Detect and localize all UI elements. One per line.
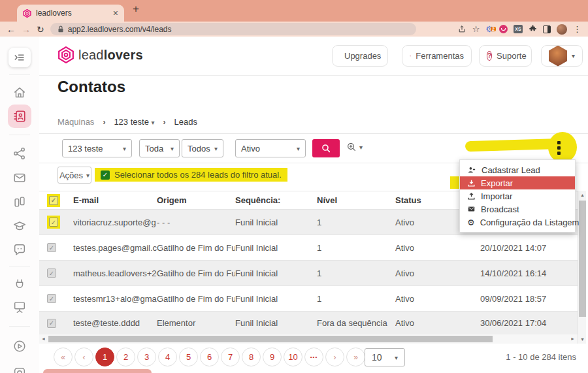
new-tab-button[interactable]: + xyxy=(133,3,139,16)
user-avatar xyxy=(549,46,567,67)
row-checkbox[interactable]: ✓ xyxy=(47,319,56,328)
page-button-2[interactable]: 2 xyxy=(116,348,135,366)
sidebar-collapse-button[interactable] xyxy=(8,46,31,69)
user-avatar-button[interactable]: ▾ xyxy=(541,45,583,67)
sidebar-item-integrations[interactable] xyxy=(8,273,31,297)
cell-date: 20/10/2021 14:07 xyxy=(480,243,572,253)
next-page-button[interactable]: › xyxy=(325,348,344,366)
camera-icon xyxy=(12,366,27,373)
ferramentas-button[interactable]: Ferramentas xyxy=(402,45,472,67)
sidebar-item-presentations[interactable] xyxy=(8,295,31,319)
scroll-left-icon[interactable]: ◄ xyxy=(41,336,46,341)
table-row[interactable]: ✓ matheus.leadlovers+20 Gatilho de Fim d… xyxy=(39,261,578,286)
menu-item-importar[interactable]: Importar xyxy=(460,189,575,203)
acoes-button[interactable]: Ações ▾ xyxy=(57,167,91,184)
table-row[interactable]: ✓ testes.pages@gmail.c Gatilho de Fim do… xyxy=(39,235,578,261)
menu-item-configuracao[interactable]: ⚙ Configuração da Listagem xyxy=(460,216,575,229)
sidebar-item-pages[interactable] xyxy=(8,190,31,214)
bookmark-star-icon[interactable]: ☆ xyxy=(472,25,480,33)
browser-profile-avatar[interactable] xyxy=(557,24,567,35)
menu-label: Broadcast xyxy=(481,204,519,214)
select-all-checkbox-highlighted[interactable]: ✓ xyxy=(47,194,60,207)
row-checkbox[interactable]: ✓ xyxy=(47,294,56,303)
first-page-button[interactable]: « xyxy=(54,348,73,366)
chevron-right-icon: › xyxy=(103,118,105,127)
page-button-9[interactable]: 9 xyxy=(263,348,282,366)
leadlovers-rose-icon xyxy=(57,46,74,63)
url-bar[interactable]: app2.leadlovers.com/v4/leads xyxy=(50,23,416,35)
scroll-right-icon[interactable]: ► xyxy=(570,336,575,341)
breadcrumb-leads[interactable]: Leads xyxy=(174,117,197,127)
more-pages-button[interactable]: ••• xyxy=(304,348,323,366)
scroll-up-icon[interactable]: ▲ xyxy=(578,193,587,197)
sidebar-item-courses[interactable] xyxy=(8,214,31,238)
page-button-8[interactable]: 8 xyxy=(242,348,261,366)
menu-item-cadastrar-lead[interactable]: Cadastrar Lead xyxy=(460,163,575,176)
row-checkbox[interactable]: ✓ xyxy=(47,243,56,252)
column-zoom-dropdown[interactable]: ▾ xyxy=(346,142,363,152)
select-all-leads-link[interactable]: ✓ Selecionar todos os 284 leads do filtr… xyxy=(95,168,287,182)
menu-item-exportar[interactable]: Exportar xyxy=(460,176,575,189)
upgrades-button[interactable]: Upgrades xyxy=(332,45,388,67)
reload-icon[interactable]: ↻ xyxy=(37,25,44,34)
scroll-down-icon[interactable]: ▼ xyxy=(578,337,587,342)
cell-status: Ativo xyxy=(395,318,480,328)
row-checkbox-highlighted[interactable]: ✓ xyxy=(47,216,60,229)
tab-close-icon[interactable]: × xyxy=(113,8,118,18)
sidebar-item-share[interactable] xyxy=(8,142,31,165)
list-actions-kebab-icon[interactable] xyxy=(557,141,561,155)
envelope-filled-icon xyxy=(467,205,476,213)
extensions-puzzle-icon[interactable] xyxy=(529,25,537,33)
page-button-10[interactable]: 10 xyxy=(284,348,302,366)
extension-gear-icon[interactable]: ⚙2 xyxy=(485,25,493,33)
upload-icon xyxy=(467,192,476,201)
page-button-6[interactable]: 6 xyxy=(200,348,219,366)
type-select[interactable]: Todos ▾ xyxy=(182,139,223,157)
horizontal-scrollbar[interactable]: ◄ ► xyxy=(39,334,578,344)
vertical-scrollbar[interactable]: ▲ ▼ xyxy=(578,191,586,344)
breadcrumb-maquinas[interactable]: Máquinas xyxy=(57,117,94,127)
status-select[interactable]: Ativo ▾ xyxy=(235,139,306,157)
page-button-5[interactable]: 5 xyxy=(179,348,198,366)
forward-icon[interactable]: → xyxy=(22,25,31,34)
period-select[interactable]: Toda ▾ xyxy=(139,139,180,157)
plug-icon xyxy=(12,278,27,292)
table-row[interactable]: ✓ teste@teste.dddd Elementor Funil Inici… xyxy=(39,312,578,335)
sidebar-item-videos[interactable] xyxy=(8,334,31,358)
share-icon[interactable] xyxy=(457,25,466,33)
share-network-icon xyxy=(12,146,27,161)
table-row[interactable]: ✓ testesmr13+alo@gma Gatilho de Fim do F… xyxy=(39,286,578,312)
page-button-3[interactable]: 3 xyxy=(137,348,156,366)
chevron-down-icon: ▾ xyxy=(86,172,90,179)
sidebar-item-chat[interactable] xyxy=(8,238,31,261)
page-button-4[interactable]: 4 xyxy=(158,348,177,366)
breadcrumb-machine[interactable]: 123 teste ▾ xyxy=(114,117,154,127)
row-checkbox[interactable]: ✓ xyxy=(47,268,56,278)
logo-text-lead: lead xyxy=(78,48,104,62)
lock-icon xyxy=(57,25,64,33)
sidebar-item-contacts-active[interactable] xyxy=(8,105,31,128)
page-button-7[interactable]: 7 xyxy=(221,348,240,366)
back-icon[interactable]: ← xyxy=(7,25,16,34)
prev-page-button[interactable]: ‹ xyxy=(74,348,93,366)
sidebar-item-media[interactable] xyxy=(8,361,31,373)
vertical-scrollbar-thumb[interactable] xyxy=(579,201,586,317)
sidebar-item-home[interactable] xyxy=(8,81,31,105)
suporte-button[interactable]: ? Suporte xyxy=(479,45,532,67)
page-size-select[interactable]: 10 ▾ xyxy=(365,348,405,366)
page-button-1[interactable]: 1 xyxy=(95,348,114,366)
extension-xs-icon[interactable]: XS xyxy=(514,25,523,33)
side-panel-icon[interactable] xyxy=(543,25,551,33)
menu-item-broadcast[interactable]: Broadcast xyxy=(460,203,575,216)
cell-origem: Elementor xyxy=(157,318,235,328)
browser-tab[interactable]: leadlovers × xyxy=(17,5,124,22)
extension-pink-icon[interactable] xyxy=(499,25,508,33)
divider xyxy=(39,133,588,134)
horizontal-scrollbar-thumb[interactable] xyxy=(48,336,493,342)
tools-grid-icon xyxy=(410,51,411,61)
machine-select[interactable]: 123 teste ▾ xyxy=(62,139,132,157)
last-page-button[interactable]: » xyxy=(346,348,365,366)
search-button[interactable] xyxy=(312,139,340,157)
browser-menu-kebab-icon[interactable]: ⋮ xyxy=(573,25,581,33)
sidebar-item-email[interactable] xyxy=(8,166,31,189)
